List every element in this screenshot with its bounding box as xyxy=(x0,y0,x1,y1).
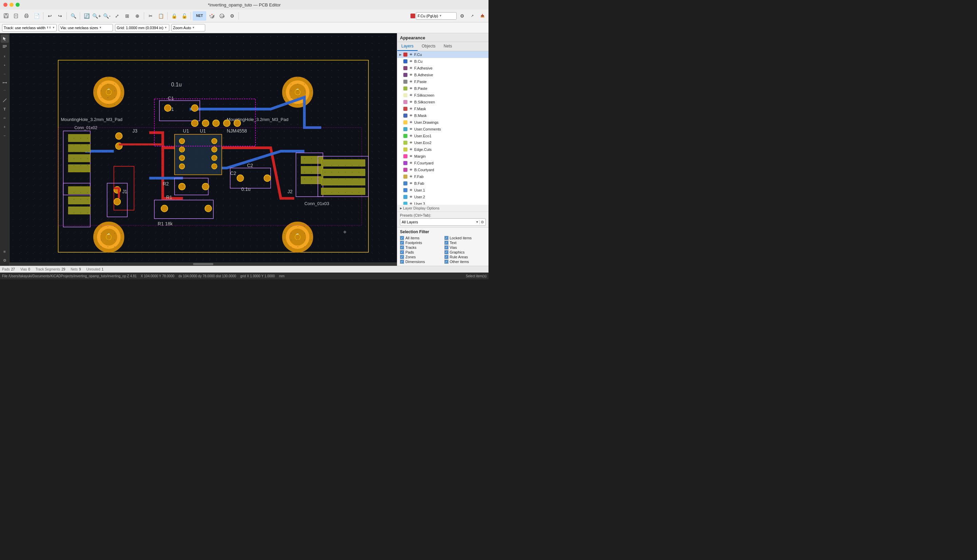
layer-item-edge-cuts[interactable]: 👁 Edge.Cuts xyxy=(397,146,489,153)
layer-visibility-icon[interactable]: 👁 xyxy=(409,127,413,131)
tab-nets[interactable]: Nets xyxy=(440,42,456,51)
sf-item-zones[interactable]: ✓ Zones xyxy=(400,255,442,259)
zoom-select[interactable]: Zoom Auto ▼ xyxy=(171,24,205,32)
lock-button[interactable]: 🔒 xyxy=(169,11,179,21)
add-text-tool[interactable]: T xyxy=(1,105,9,113)
add-dim-tool[interactable]: ⇔ xyxy=(1,114,9,122)
presets-settings-icon[interactable]: ⚙ xyxy=(479,220,484,224)
layer-item-b-silkscreen[interactable]: 👁 B.Silkscreen xyxy=(397,98,489,105)
layer-visibility-icon[interactable]: 👁 xyxy=(409,59,413,63)
redo-button[interactable]: ↪ xyxy=(55,11,65,21)
sf-item-vias[interactable]: ✓ Vias xyxy=(444,245,486,250)
layer-display-options[interactable]: ▶ Layer Display Options xyxy=(397,205,489,212)
layer-visibility-icon[interactable]: 👁 xyxy=(409,80,413,84)
sf-item-footprints[interactable]: ✓ Footprints xyxy=(400,241,442,245)
track-select[interactable]: Track: use netclass width ⬆⬇ ▼ xyxy=(2,24,57,32)
layer-visibility-icon[interactable]: 👁 xyxy=(409,53,413,57)
layer-visibility-icon[interactable]: 👁 xyxy=(409,93,413,97)
measure-tool[interactable]: ↔ xyxy=(1,70,9,78)
sf-item-graphics[interactable]: ✓ Graphics xyxy=(444,250,486,254)
grid-tool[interactable]: ⊞ xyxy=(1,247,9,256)
sf-item-rule-areas[interactable]: ✓ Rule Areas xyxy=(444,255,486,259)
layer-item-user-drawings[interactable]: 👁 User.Drawings xyxy=(397,119,489,126)
tab-objects[interactable]: Objects xyxy=(418,42,440,51)
layer-visibility-icon[interactable]: 👁 xyxy=(409,175,413,178)
sf-item-dimensions[interactable]: ✓ Dimensions xyxy=(400,260,442,264)
presets-dropdown[interactable]: All Layers ▼ ⚙ xyxy=(400,218,486,226)
undo-button[interactable]: ↩ xyxy=(45,11,55,21)
select-tool[interactable] xyxy=(1,35,9,43)
layer-item-b-cu[interactable]: 👁 B.Cu xyxy=(397,58,489,65)
find-button[interactable]: 🔍 xyxy=(68,11,78,21)
add-via-tool[interactable]: + xyxy=(1,61,9,69)
via-select[interactable]: Via: use netclass sizes ▼ xyxy=(59,24,113,32)
sf-checkbox-2[interactable]: ✓ xyxy=(400,241,404,245)
layer-visibility-icon[interactable]: 👁 xyxy=(409,113,413,118)
layer-item-b-paste[interactable]: 👁 B.Paste xyxy=(397,85,489,92)
layer-visibility-icon[interactable]: 👁 xyxy=(409,141,413,145)
layer-item-user-3[interactable]: 👁 User.3 xyxy=(397,200,489,205)
net-inspector-button[interactable]: NET xyxy=(193,11,206,21)
layer-visibility-icon[interactable]: 👁 xyxy=(409,168,413,172)
layer-item-margin[interactable]: 👁 Margin xyxy=(397,153,489,160)
layer-item-f-fab[interactable]: 👁 F.Fab xyxy=(397,173,489,180)
layer-item-b-mask[interactable]: 👁 B.Mask xyxy=(397,112,489,119)
sf-item-pads[interactable]: ✓ Pads xyxy=(400,250,442,254)
add-arc-tool[interactable]: ⌒ xyxy=(1,87,9,96)
layer-visibility-icon[interactable]: 👁 xyxy=(409,107,413,111)
zoom-center-button[interactable]: ⊕ xyxy=(133,11,142,21)
layer-item-b-fab[interactable]: 👁 B.Fab xyxy=(397,180,489,187)
layer-visibility-icon[interactable]: 👁 xyxy=(409,188,413,192)
ruler-tool[interactable] xyxy=(1,78,9,87)
gerber-button[interactable]: 📄 xyxy=(32,11,42,21)
layer-visibility-icon[interactable]: 👁 xyxy=(409,161,413,165)
sf-item-all-items[interactable]: ✓ All items xyxy=(400,236,442,240)
grid-select[interactable]: Grid: 1.0000 mm (0.0394 in) ▼ xyxy=(115,24,169,32)
layer-visibility-icon[interactable]: 👁 xyxy=(409,202,413,205)
zoom-out-button[interactable]: 🔍- xyxy=(102,11,112,21)
canvas-scrollbar[interactable] xyxy=(10,262,397,266)
layer-visibility-icon[interactable]: 👁 xyxy=(409,100,413,104)
unlock-button[interactable]: 🔓 xyxy=(179,11,189,21)
route-track-tool[interactable]: x xyxy=(1,52,9,60)
layer-visibility-icon[interactable]: 👁 xyxy=(409,182,413,185)
layer-item-user-1[interactable]: 👁 User.1 xyxy=(397,187,489,193)
layer-item-user-eco1[interactable]: 👁 User.Eco1 xyxy=(397,133,489,139)
new-button[interactable] xyxy=(12,11,21,21)
save-button[interactable] xyxy=(2,11,11,21)
layer-visibility-icon[interactable]: 👁 xyxy=(409,120,413,124)
canvas-scrollbar-thumb[interactable] xyxy=(193,263,214,265)
sf-checkbox-1[interactable]: ✓ xyxy=(444,236,448,240)
sf-checkbox-4[interactable]: ✓ xyxy=(400,245,404,250)
close-button[interactable] xyxy=(3,3,7,7)
zoom-out-tool[interactable]: − xyxy=(1,132,9,140)
layer-item-f-paste[interactable]: 👁 F.Paste xyxy=(397,78,489,85)
copy-button[interactable]: 📋 xyxy=(156,11,165,21)
sf-item-text[interactable]: ✓ Text xyxy=(444,241,486,245)
layer-settings-button[interactable]: ⚙ xyxy=(457,11,467,21)
settings-button[interactable]: ⚙ xyxy=(227,11,237,21)
sf-item-other-items[interactable]: ✓ Other items xyxy=(444,260,486,264)
layer-visibility-icon[interactable]: 👁 xyxy=(409,73,413,77)
zoom-in-tool[interactable]: + xyxy=(1,123,9,131)
print-button[interactable] xyxy=(22,11,31,21)
sf-checkbox-0[interactable]: ✓ xyxy=(400,236,404,240)
layer-item-b-courtyard[interactable]: 👁 B.Courtyard xyxy=(397,167,489,173)
layer-item-f-adhesive[interactable]: 👁 F.Adhesive xyxy=(397,65,489,72)
sf-item-locked-items[interactable]: ✓ Locked items xyxy=(444,236,486,240)
3d-view-button[interactable]: 🎲 xyxy=(207,11,216,21)
layer-item-f-courtyard[interactable]: 👁 F.Courtyard xyxy=(397,160,489,167)
drc-button[interactable]: DRC xyxy=(217,11,227,21)
maximize-button[interactable] xyxy=(16,3,20,7)
route-button[interactable]: ↗ xyxy=(468,11,477,21)
sf-checkbox-7[interactable]: ✓ xyxy=(444,250,448,254)
inspect-tool[interactable] xyxy=(1,43,9,52)
layer-visibility-icon[interactable]: 👁 xyxy=(409,154,413,158)
cut-button[interactable]: ✂ xyxy=(146,11,155,21)
sf-checkbox-9[interactable]: ✓ xyxy=(444,255,448,259)
layer-item-user-comments[interactable]: 👁 User.Comments xyxy=(397,126,489,133)
layer-visibility-icon[interactable]: 👁 xyxy=(409,134,413,138)
layer-item-user-2[interactable]: 👁 User.2 xyxy=(397,193,489,200)
layer-select[interactable]: F.Cu (PgUp) ▼ xyxy=(416,12,457,20)
layer-visibility-icon[interactable]: 👁 xyxy=(409,195,413,199)
